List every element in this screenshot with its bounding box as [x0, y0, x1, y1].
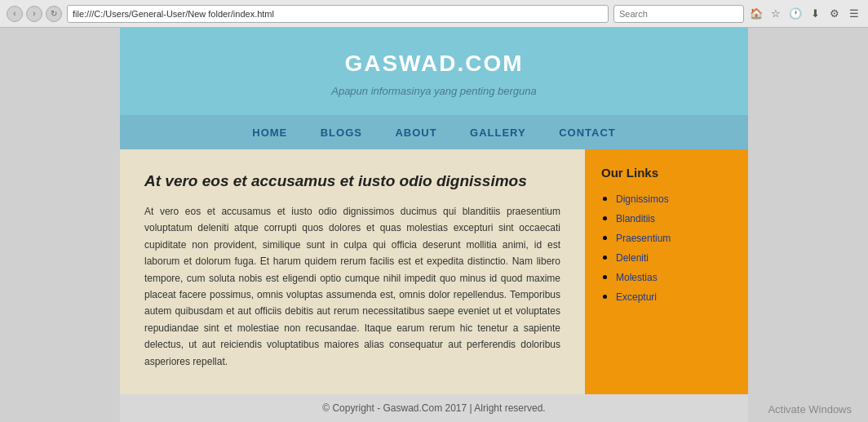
sidebar-link-1[interactable]: Dignissimos [616, 193, 669, 205]
bookmark-icon[interactable]: ☆ [768, 7, 783, 21]
sidebar-links: Dignissimos Blanditiis Praesentium Delen… [601, 191, 732, 304]
history-icon[interactable]: 🕐 [788, 7, 803, 21]
site-header: GASWAD.COM Apapun informasinya yang pent… [120, 28, 748, 115]
list-item: Deleniti [616, 250, 732, 264]
nav-blogs[interactable]: BLOGS [321, 127, 362, 139]
nav-contact[interactable]: CONTACT [559, 127, 616, 139]
sidebar-link-6[interactable]: Excepturi [616, 291, 657, 303]
sidebar-link-3[interactable]: Praesentium [616, 233, 671, 244]
nav-about[interactable]: ABOUT [395, 127, 436, 139]
page-container: GASWAD.COM Apapun informasinya yang pent… [120, 28, 748, 422]
list-item: Praesentium [616, 230, 732, 245]
download-icon[interactable]: ⬇ [808, 7, 822, 21]
browser-icons: 🏠 ☆ 🕐 ⬇ ⚙ ☰ [749, 7, 861, 21]
sidebar-link-5[interactable]: Molestias [616, 272, 658, 283]
nav-buttons: ‹ › ↻ [7, 6, 62, 22]
site-nav: HOME BLOGS ABOUT GALLERY CONTACT [120, 115, 748, 149]
content-heading: At vero eos et accusamus et iusto odio d… [144, 172, 560, 190]
windows-watermark: Activate Windows [768, 403, 852, 415]
sidebar: Our Links Dignissimos Blanditiis Praesen… [585, 149, 748, 394]
home-icon[interactable]: 🏠 [749, 7, 764, 21]
forward-button[interactable]: › [26, 6, 42, 22]
list-item: Excepturi [616, 289, 732, 304]
main-content: At vero eos et accusamus et iusto odio d… [120, 149, 748, 394]
sidebar-title: Our Links [601, 166, 732, 180]
menu-icon[interactable]: ☰ [847, 7, 861, 21]
sidebar-link-4[interactable]: Deleniti [616, 252, 649, 264]
search-bar[interactable] [613, 5, 744, 23]
list-item: Molestias [616, 269, 732, 284]
nav-home[interactable]: HOME [252, 127, 287, 139]
back-button[interactable]: ‹ [7, 6, 23, 22]
footer-text: © Copyright - Gaswad.Com 2017 | Alright … [322, 402, 545, 414]
sidebar-link-2[interactable]: Blanditiis [616, 213, 655, 224]
site-footer: © Copyright - Gaswad.Com 2017 | Alright … [120, 394, 748, 422]
list-item: Blanditiis [616, 211, 732, 225]
sync-icon[interactable]: ⚙ [827, 7, 842, 21]
content-text: At vero eos et accusamus et iusto odio d… [144, 203, 560, 370]
site-tagline: Apapun informasinya yang penting berguna [136, 85, 732, 97]
browser-chrome: ‹ › ↻ 🏠 ☆ 🕐 ⬇ ⚙ ☰ [0, 0, 868, 28]
address-bar[interactable] [67, 5, 609, 23]
content-area: At vero eos et accusamus et iusto odio d… [120, 149, 585, 394]
nav-gallery[interactable]: GALLERY [470, 127, 526, 139]
list-item: Dignissimos [616, 191, 732, 206]
site-title: GASWAD.COM [136, 51, 732, 77]
reload-button[interactable]: ↻ [46, 6, 62, 22]
